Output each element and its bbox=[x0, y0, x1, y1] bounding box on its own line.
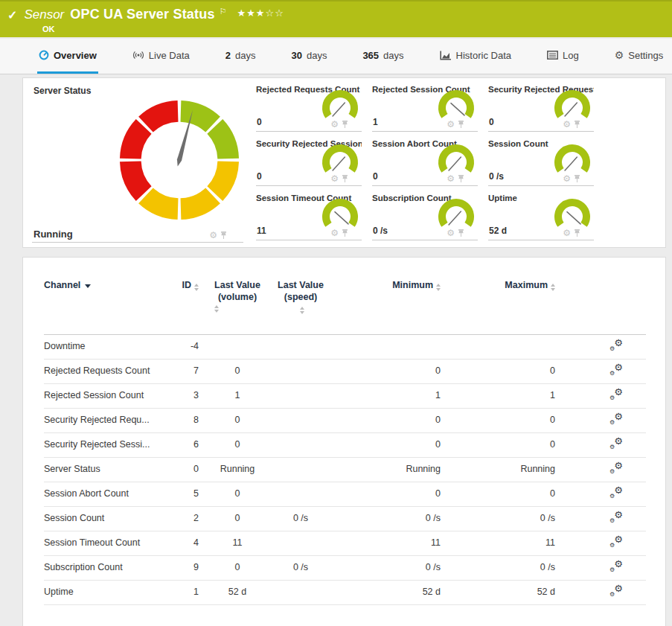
column-header-id[interactable]: ID bbox=[179, 280, 200, 334]
pin-icon[interactable] bbox=[574, 121, 580, 129]
gauges-panel: Server Status Running ⚙ Rejected Request… bbox=[22, 77, 666, 248]
channel-settings-gears-icon[interactable]: ⚙⚙ bbox=[609, 462, 623, 474]
main-gauge-title: Server Status bbox=[33, 86, 252, 96]
cell-channel: Session Timeout Count bbox=[44, 531, 179, 555]
tab-settings[interactable]: ⚙Settings bbox=[613, 39, 665, 74]
flag-icon[interactable]: ⚐ bbox=[220, 7, 227, 16]
cell-minimum bbox=[327, 334, 442, 359]
gear-icon[interactable]: ⚙ bbox=[330, 120, 339, 129]
small-gauge-actions: ⚙ bbox=[330, 174, 348, 183]
cell-minimum: 11 bbox=[327, 531, 442, 555]
small-gauge-actions: ⚙ bbox=[447, 120, 464, 129]
gear-icon: ⚙ bbox=[614, 362, 623, 372]
table-row: Session Count200 /s0 /s0 /s⚙⚙ bbox=[44, 506, 646, 531]
small-gauge-arc bbox=[326, 94, 354, 116]
cell-channel: Session Abort Count bbox=[44, 482, 179, 506]
channel-settings-gears-icon[interactable]: ⚙⚙ bbox=[609, 585, 623, 597]
tab-30-days[interactable]: 30days bbox=[289, 39, 328, 74]
gear-icon: ⚙ bbox=[614, 436, 623, 446]
gear-icon[interactable]: ⚙ bbox=[563, 120, 571, 129]
sort-arrows-icon[interactable] bbox=[194, 284, 199, 291]
small-gauge-cell: Subscription Count0 /s⚙ bbox=[372, 191, 478, 240]
pin-icon[interactable] bbox=[574, 175, 580, 183]
channel-settings-gears-icon[interactable]: ⚙⚙ bbox=[609, 364, 623, 376]
gauge-icon bbox=[39, 50, 49, 60]
cell-actions: ⚙⚙ bbox=[557, 482, 646, 506]
sort-arrows-icon[interactable] bbox=[436, 284, 441, 291]
gear-icon[interactable]: ⚙ bbox=[563, 229, 571, 237]
cell-last-volume bbox=[200, 334, 275, 359]
gear-icon: ⚙ bbox=[614, 485, 623, 495]
column-header-channel[interactable]: Channel bbox=[44, 280, 179, 334]
channel-settings-gears-icon[interactable]: ⚙⚙ bbox=[609, 536, 623, 548]
gear-icon[interactable]: ⚙ bbox=[330, 174, 339, 183]
table-row: Uptime152 d52 d52 d⚙⚙ bbox=[44, 580, 646, 604]
tab-365-days[interactable]: 365days bbox=[361, 39, 405, 74]
channel-settings-gears-icon[interactable]: ⚙⚙ bbox=[609, 389, 623, 400]
pin-icon[interactable] bbox=[574, 229, 580, 237]
gear-icon[interactable]: ⚙ bbox=[447, 229, 455, 237]
small-gauge-arc bbox=[326, 202, 354, 225]
small-gauge-value: 52 d bbox=[489, 226, 507, 236]
sort-arrows-icon[interactable] bbox=[300, 307, 304, 314]
sort-arrows-icon[interactable] bbox=[214, 305, 260, 313]
tab-live-data[interactable]: Live Data bbox=[131, 39, 191, 74]
small-gauge-value: 0 /s bbox=[373, 226, 388, 236]
cell-id: 5 bbox=[179, 482, 200, 506]
tab-historic-data[interactable]: Historic Data bbox=[438, 39, 513, 74]
pin-icon[interactable] bbox=[342, 121, 348, 129]
column-header-last_volume[interactable]: Last Value(volume) bbox=[200, 280, 275, 334]
small-gauge-cell: Security Rejected Requests C...0⚙ bbox=[488, 83, 594, 132]
gear-icon[interactable]: ⚙ bbox=[447, 120, 455, 129]
cell-maximum: Running bbox=[442, 457, 557, 482]
cell-minimum: 0 bbox=[327, 359, 442, 383]
channel-settings-gears-icon[interactable]: ⚙⚙ bbox=[609, 413, 623, 425]
cell-minimum: 0 bbox=[327, 432, 442, 457]
channel-settings-gears-icon[interactable]: ⚙⚙ bbox=[609, 339, 623, 351]
cell-id: 0 bbox=[179, 457, 200, 482]
cell-last-speed bbox=[275, 383, 327, 408]
pin-icon[interactable] bbox=[458, 121, 464, 129]
gear-icon[interactable]: ⚙ bbox=[447, 174, 455, 183]
channel-settings-gears-icon[interactable]: ⚙⚙ bbox=[609, 560, 623, 572]
cell-id: 6 bbox=[179, 432, 200, 457]
small-gauge-needle bbox=[333, 103, 345, 116]
cell-actions: ⚙⚙ bbox=[557, 457, 646, 482]
pin-icon[interactable] bbox=[342, 175, 348, 183]
tab-label: Overview bbox=[54, 50, 97, 61]
pin-icon[interactable] bbox=[342, 229, 348, 237]
tab-log[interactable]: Log bbox=[545, 39, 580, 74]
column-header-label: Channel bbox=[44, 280, 80, 290]
pin-icon[interactable] bbox=[220, 231, 227, 240]
small-gauge-arc bbox=[558, 202, 586, 225]
priority-star-rating[interactable]: ★★★☆☆ bbox=[237, 7, 284, 19]
small-gauge-actions: ⚙ bbox=[447, 174, 464, 183]
cell-channel: Security Rejected Sessi... bbox=[44, 432, 179, 457]
channel-filter-arrow-icon[interactable] bbox=[85, 284, 91, 288]
column-header-max[interactable]: Maximum bbox=[442, 280, 557, 334]
column-header-last_speed[interactable]: Last Value(speed) bbox=[275, 280, 327, 334]
sort-arrows-icon[interactable] bbox=[551, 284, 555, 291]
pin-icon[interactable] bbox=[458, 229, 464, 237]
pin-icon[interactable] bbox=[458, 175, 464, 183]
tab-overview[interactable]: Overview bbox=[37, 39, 98, 74]
channel-settings-gears-icon[interactable]: ⚙⚙ bbox=[609, 438, 623, 450]
cell-last-volume: 11 bbox=[200, 531, 275, 555]
column-header-label: Minimum bbox=[392, 280, 433, 290]
gear-icon[interactable]: ⚙ bbox=[563, 174, 571, 183]
small-gauge-value: 0 bbox=[257, 171, 262, 182]
small-gauge-needle bbox=[335, 212, 348, 224]
gear-icon: ⚙ bbox=[614, 461, 623, 470]
small-gauge-cell: Session Count0 /s⚙ bbox=[488, 137, 594, 186]
small-gauge-value: 0 bbox=[257, 117, 262, 127]
small-gauge-needle bbox=[449, 211, 461, 225]
gear-icon[interactable]: ⚙ bbox=[209, 231, 217, 240]
column-header-min[interactable]: Minimum bbox=[327, 280, 442, 334]
cell-actions: ⚙⚙ bbox=[557, 555, 646, 580]
channel-settings-gears-icon[interactable]: ⚙⚙ bbox=[609, 487, 623, 499]
channel-settings-gears-icon[interactable]: ⚙⚙ bbox=[609, 511, 623, 523]
gear-icon[interactable]: ⚙ bbox=[330, 229, 339, 237]
main-gauge-value: Running bbox=[33, 229, 73, 240]
tab-2-days[interactable]: 2days bbox=[224, 39, 257, 74]
cell-last-volume: 0 bbox=[200, 555, 275, 580]
